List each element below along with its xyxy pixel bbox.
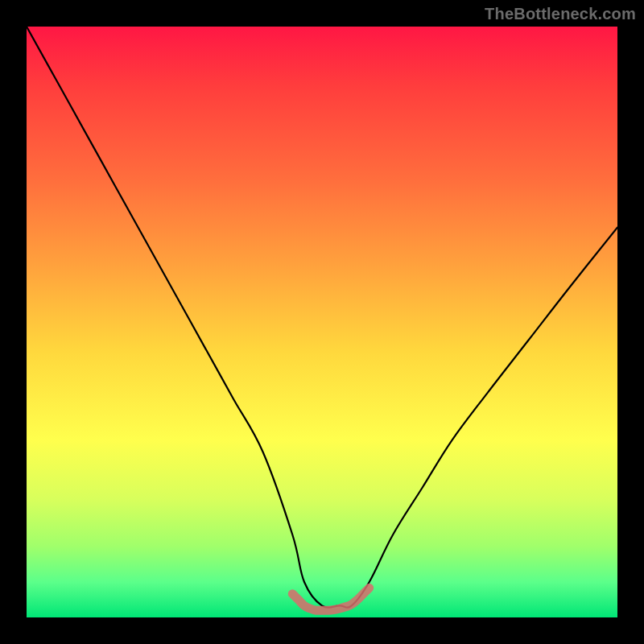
- watermark-text: TheBottleneck.com: [485, 5, 636, 23]
- chart-canvas: TheBottleneck.com: [0, 0, 644, 644]
- chart-svg: [27, 27, 617, 617]
- plot-area: [27, 27, 617, 617]
- bottleneck-curve-path: [27, 27, 617, 608]
- valley-highlight-path: [292, 588, 369, 610]
